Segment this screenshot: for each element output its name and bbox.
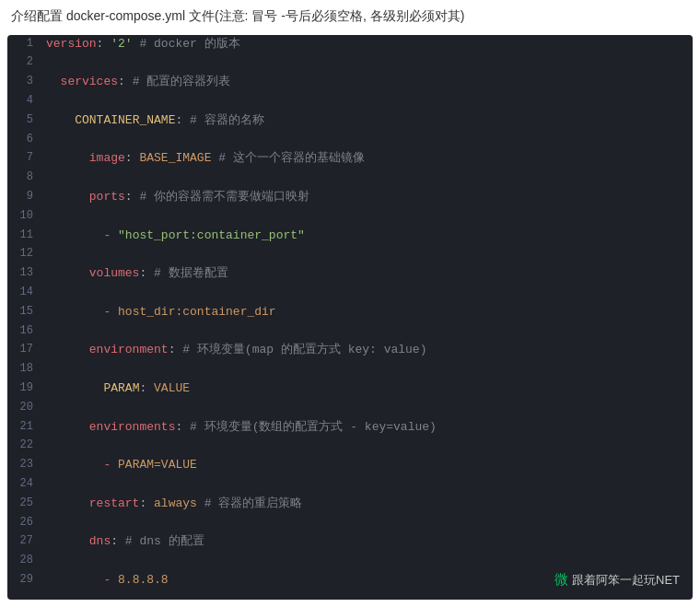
line-content [42,169,693,188]
line-number: 26 [7,514,42,533]
token-val: PARAM=VALUE [118,458,197,472]
table-row: 3 services: # 配置的容器列表 [7,73,693,92]
line-number: 7 [7,149,42,169]
table-row: 16 [7,322,693,342]
line-number: 14 [7,284,42,303]
line-number: 9 [7,188,42,207]
table-row: 28 [7,552,693,571]
line-number: 8 [7,169,42,188]
token-val: BASE_IMAGE [139,151,211,165]
token-plain [46,496,89,510]
table-row: 20 [7,399,693,418]
code-area: 1version: '2' # docker 的版本2 3 services: … [7,35,693,600]
token-key: version [46,37,97,51]
line-content [42,552,693,571]
table-row: 7 image: BASE_IMAGE # 这个一个容器的基础镜像 [7,149,693,169]
token-plain [111,458,118,472]
line-content: - PARAM=VALUE [42,456,693,475]
line-content: dns: # dns 的配置 [42,532,693,552]
line-content [42,245,693,264]
token-comment: # 数据卷配置 [154,266,228,280]
token-key: environment [89,343,169,356]
line-number: 17 [7,341,42,360]
line-number: 20 [7,399,42,418]
token-str: "host_port:container_port" [118,228,305,242]
line-content: restart: always # 容器的重启策略 [42,495,693,514]
line-number: 16 [7,322,42,342]
line-number: 21 [7,418,42,438]
token-key-yellow: CONTAINER_NAME [75,113,175,127]
line-content: volumes: # 数据卷配置 [42,264,693,284]
token-plain [46,420,89,434]
line-number: 22 [7,437,42,456]
table-row: 23 - PARAM=VALUE [7,456,693,475]
table-row: 27 dns: # dns 的配置 [7,532,693,552]
token-comment: # 环境变量(map 的配置方式 key: value) [182,343,426,356]
line-content [42,475,693,495]
line-number: 25 [7,495,42,514]
token-key: dns [89,534,111,548]
table-row: 24 [7,475,693,495]
page-header: 介绍配置 docker-compose.yml 文件(注意: 冒号 -号后必须空… [0,0,700,35]
token-plain [197,496,204,510]
line-number: 4 [7,92,42,111]
line-content: environments: # 环境变量(数组的配置方式 - key=value… [42,418,693,438]
line-number: 13 [7,264,42,284]
line-number: 11 [7,227,42,246]
line-number: 18 [7,360,42,379]
line-number: 28 [7,552,42,571]
token-plain: : [175,420,190,434]
token-plain [46,343,89,356]
token-plain [111,228,118,242]
token-val: host_dir:container_dir [118,305,276,319]
line-number: 19 [7,379,42,399]
line-content: image: BASE_IMAGE # 这个一个容器的基础镜像 [42,149,693,169]
token-comment: # dns 的配置 [125,534,204,548]
token-plain: : [139,496,154,510]
token-plain [46,573,103,587]
line-content [42,131,693,150]
line-number: 15 [7,303,42,322]
token-comment: # docker 的版本 [139,37,239,51]
table-row: 19 PARAM: VALUE [7,379,693,399]
line-number: 2 [7,53,42,73]
token-key: restart [89,496,140,510]
line-number: 10 [7,207,42,227]
line-number: 5 [7,111,42,131]
table-row: 18 [7,360,693,379]
line-content: - host_dir:container_dir [42,303,693,322]
line-number: 3 [7,73,42,92]
token-val: 8.8.8.8 [118,573,169,587]
token-plain [46,228,103,242]
token-plain [111,573,118,587]
line-content: ports: # 你的容器需不需要做端口映射 [42,188,693,207]
table-row: 26 [7,514,693,533]
header-title: 介绍配置 docker-compose.yml 文件(注意: 冒号 -号后必须空… [11,8,464,23]
line-number: 1 [7,35,42,54]
table-row: 5 CONTAINER_NAME: # 容器的名称 [7,111,693,131]
line-content [42,207,693,227]
token-val: always [154,496,197,510]
table-row: 6 [7,131,693,150]
line-content: - "host_port:container_port" [42,227,693,246]
line-number: 23 [7,456,42,475]
token-plain [46,75,61,88]
token-plain [46,190,89,204]
line-number: 12 [7,245,42,264]
token-plain [46,458,103,472]
table-row: 10 [7,207,693,227]
table-row: 15 - host_dir:container_dir [7,303,693,322]
token-plain: : [97,37,111,51]
table-row: 1version: '2' # docker 的版本 [7,35,693,54]
table-row: 2 [7,53,693,73]
token-plain: : [118,75,133,88]
page-container: 介绍配置 docker-compose.yml 文件(注意: 冒号 -号后必须空… [0,0,700,607]
table-row: 4 [7,92,693,111]
token-plain [46,305,103,319]
table-row: 12 [7,245,693,264]
line-content [42,514,693,533]
table-row: 14 [7,284,693,303]
token-key-yellow: PARAM [103,381,139,395]
token-comment: # 这个一个容器的基础镜像 [218,151,365,165]
token-plain: : [169,343,183,356]
